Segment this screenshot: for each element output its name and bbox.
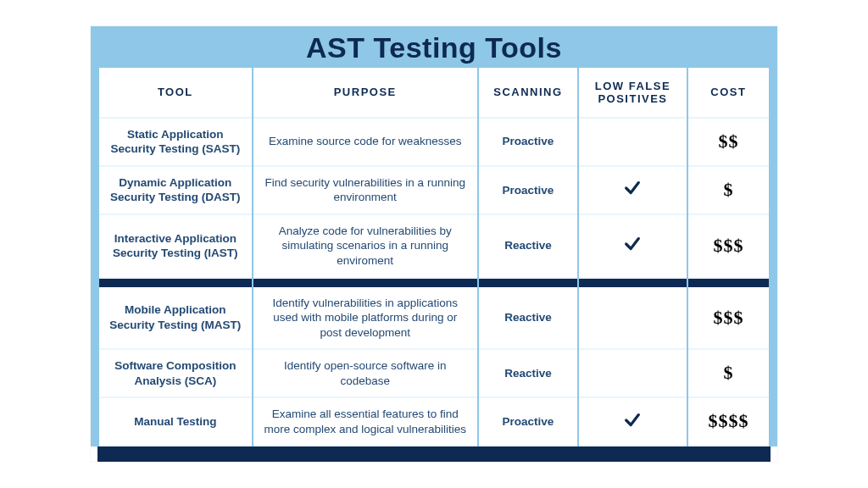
table-row: Manual TestingExamine all essential feat… xyxy=(99,398,769,446)
table-row: Software Composition Analysis (SCA)Ident… xyxy=(99,350,769,398)
table-row: Static Application Security Testing (SAS… xyxy=(99,119,769,167)
cell-low-false-positives xyxy=(579,279,687,351)
table-wrap: TOOL PURPOSE SCANNING LOW FALSE POSITIVE… xyxy=(91,68,777,447)
cell-low-false-positives xyxy=(579,119,687,167)
cell-low-false-positives xyxy=(579,350,687,398)
check-icon xyxy=(623,179,642,197)
comparison-table-frame: AST Testing Tools TOOL PURPOSE SCANNING … xyxy=(91,26,777,463)
col-header-cost: COST xyxy=(688,68,769,119)
check-icon xyxy=(623,411,642,430)
col-header-tool: TOOL xyxy=(99,68,252,119)
cell-tool: Software Composition Analysis (SCA) xyxy=(99,350,252,398)
cell-purpose: Analyze code for vulnerabilities by simu… xyxy=(253,215,477,279)
cell-tool: Manual Testing xyxy=(99,398,252,446)
cell-tool: Static Application Security Testing (SAS… xyxy=(99,119,252,167)
check-icon xyxy=(623,235,642,253)
col-header-purpose: PURPOSE xyxy=(253,68,477,119)
cell-purpose: Find security vulnerabilities in a runni… xyxy=(253,167,477,215)
col-header-scanning: SCANNING xyxy=(479,68,577,119)
cell-cost: $ xyxy=(688,350,769,398)
ast-tools-table: TOOL PURPOSE SCANNING LOW FALSE POSITIVE… xyxy=(97,68,771,447)
cell-cost: $$$ xyxy=(688,279,769,351)
title-bar: AST Testing Tools xyxy=(91,26,777,68)
cell-tool: Interactive Application Security Testing… xyxy=(99,215,252,279)
table-row: Dynamic Application Security Testing (DA… xyxy=(99,167,769,215)
table-row: Interactive Application Security Testing… xyxy=(99,215,769,279)
table-header-row: TOOL PURPOSE SCANNING LOW FALSE POSITIVE… xyxy=(99,68,769,119)
cell-purpose: Identify vulnerabilities in applications… xyxy=(253,279,477,351)
cell-cost: $ xyxy=(688,167,769,215)
table-row: Mobile Application Security Testing (MAS… xyxy=(99,279,769,351)
cell-purpose: Examine all essential features to find m… xyxy=(253,398,477,446)
cell-low-false-positives xyxy=(579,398,687,446)
col-header-low-false-positives: LOW FALSE POSITIVES xyxy=(579,68,687,119)
cell-cost: $$$$ xyxy=(688,398,769,446)
cell-purpose: Examine source code for weaknesses xyxy=(253,119,477,167)
cell-scanning: Reactive xyxy=(479,279,577,351)
page-title: AST Testing Tools xyxy=(91,31,777,64)
cell-scanning: Proactive xyxy=(479,119,577,167)
table-body: Static Application Security Testing (SAS… xyxy=(99,119,769,447)
cell-scanning: Reactive xyxy=(479,350,577,398)
cell-scanning: Reactive xyxy=(479,215,577,279)
cell-cost: $$$ xyxy=(688,215,769,279)
cell-scanning: Proactive xyxy=(479,167,577,215)
cell-tool: Mobile Application Security Testing (MAS… xyxy=(99,279,252,351)
cell-low-false-positives xyxy=(579,215,687,279)
cell-scanning: Proactive xyxy=(479,398,577,446)
cell-tool: Dynamic Application Security Testing (DA… xyxy=(99,167,252,215)
cell-low-false-positives xyxy=(579,167,687,215)
cell-cost: $$ xyxy=(688,119,769,167)
footer-strip xyxy=(97,446,771,462)
cell-purpose: Identify open-source software in codebas… xyxy=(253,350,477,398)
